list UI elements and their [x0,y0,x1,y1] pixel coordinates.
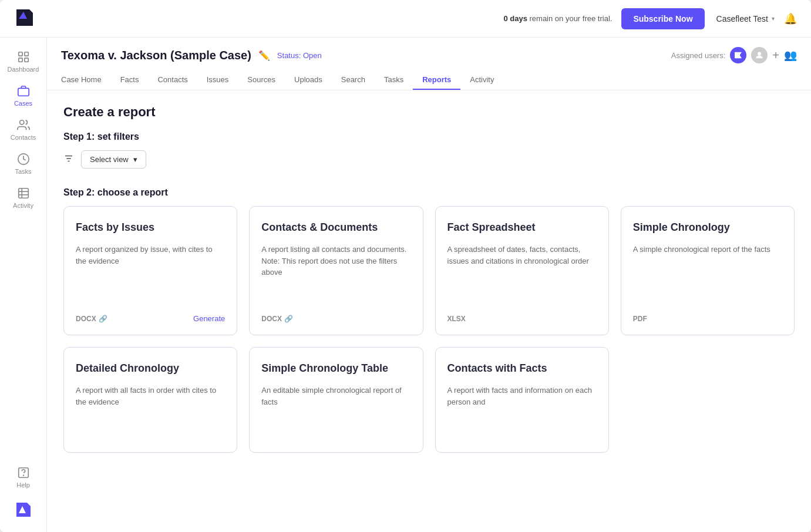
select-view-label: Select view [90,155,129,164]
card-desc: A report listing all contacts and docume… [261,244,410,305]
card-title: Detailed Chronology [76,362,225,375]
report-cards-bottom-grid: Detailed Chronology A report with all fa… [63,347,795,453]
card-footer: PDF [633,315,782,323]
case-title: Texoma v. Jackson (Sample Case) [61,49,251,62]
card-desc: A report with facts and information on e… [447,385,597,408]
sidebar-label-activity: Activity [13,202,33,209]
page-title: Create a report [63,105,795,120]
card-format: DOCX 🔗 [261,315,293,323]
user-menu[interactable]: Casefleet Test ▾ [716,14,775,23]
sidebar: Dashboard Cases Contacts [0,38,47,532]
trial-message: 0 days remain on your free trial. [503,14,612,23]
tab-facts[interactable]: Facts [111,70,149,90]
assigned-users: Assigned users: + [671,47,797,63]
avatar-user2[interactable] [751,47,768,63]
chevron-down-icon: ▾ [772,15,775,22]
select-view-chevron-icon: ▾ [133,155,137,164]
page-content: Create a report Step 1: set filters Sele… [47,90,811,532]
card-desc: An editable simple chronological report … [261,385,410,408]
case-header: Texoma v. Jackson (Sample Case) ✏️ Statu… [47,38,811,90]
add-user-button[interactable]: + [772,49,779,62]
report-card-simple-chronology-table[interactable]: Simple Chronology Table An editable simp… [249,347,423,453]
tab-case-home[interactable]: Case Home [61,70,111,90]
card-footer: DOCX 🔗 [261,315,410,323]
tab-search[interactable]: Search [332,70,375,90]
step2-title: Step 2: choose a report [63,187,795,198]
svg-point-5 [19,120,23,124]
sidebar-item-tasks[interactable]: Tasks [0,147,46,181]
content-area: Texoma v. Jackson (Sample Case) ✏️ Statu… [47,38,811,532]
card-desc: A simple chronological report of the fac… [633,244,782,305]
report-card-fact-spreadsheet[interactable]: Fact Spreadsheet A spreadsheet of dates,… [435,206,609,335]
card-title: Contacts & Documents [261,221,410,234]
sidebar-item-contacts[interactable]: Contacts [0,113,46,147]
tab-contacts[interactable]: Contacts [148,70,197,90]
sidebar-label-dashboard: Dashboard [8,66,39,73]
card-title: Fact Spreadsheet [447,221,597,234]
card-title: Facts by Issues [76,221,225,234]
link-icon: 🔗 [99,315,107,323]
top-bar: 0 days remain on your free trial. Subscr… [0,0,811,38]
card-desc: A report with all facts in order with ci… [76,385,225,408]
generate-link[interactable]: Generate [193,314,225,323]
report-card-contacts-documents[interactable]: Contacts & Documents A report listing al… [249,206,423,335]
tab-reports[interactable]: Reports [413,70,460,90]
status-badge: Status: Open [277,51,322,60]
card-title: Simple Chronology [633,221,782,234]
app-logo[interactable] [14,7,35,30]
svg-rect-1 [24,52,28,56]
svg-rect-3 [24,58,28,62]
step1-title: Step 1: set filters [63,132,795,142]
card-desc: A report organized by issue, with cites … [76,244,225,305]
tab-issues[interactable]: Issues [197,70,238,90]
report-cards-grid: Facts by Issues A report organized by is… [63,206,795,335]
tab-sources[interactable]: Sources [238,70,285,90]
select-view-button[interactable]: Select view ▾ [81,150,146,169]
card-title: Contacts with Facts [447,362,597,375]
user-name: Casefleet Test [716,14,768,23]
card-footer: DOCX 🔗 Generate [76,314,225,323]
svg-rect-2 [18,58,22,62]
report-card-contacts-with-facts[interactable]: Contacts with Facts A report with facts … [435,347,609,453]
nav-tabs: Case Home Facts Contacts Issues Sources … [61,70,797,90]
card-desc: A spreadsheet of dates, facts, contacts,… [447,244,597,305]
card-format: PDF [633,315,647,323]
card-title: Simple Chronology Table [261,362,410,375]
filter-row: Select view ▾ [63,150,795,169]
link-icon: 🔗 [284,315,293,323]
card-format: DOCX 🔗 [76,315,107,323]
assigned-label: Assigned users: [671,51,726,60]
sidebar-label-contacts: Contacts [11,134,36,141]
filter-icon [63,153,74,166]
sidebar-item-cases[interactable]: Cases [0,79,46,113]
tab-activity[interactable]: Activity [460,70,503,90]
sidebar-label-tasks: Tasks [15,168,31,175]
sidebar-item-dashboard[interactable]: Dashboard [0,45,46,79]
sidebar-logo-bottom [14,494,33,525]
report-card-empty [621,347,795,453]
sidebar-item-help[interactable]: Help [14,460,33,494]
report-card-simple-chronology[interactable]: Simple Chronology A simple chronological… [621,206,795,335]
subscribe-button[interactable]: Subscribe Now [621,8,704,29]
svg-rect-7 [18,188,28,198]
card-format: XLSX [447,315,466,323]
sidebar-item-activity[interactable]: Activity [0,181,46,215]
svg-rect-0 [18,52,22,56]
edit-icon[interactable]: ✏️ [258,50,270,61]
report-card-detailed-chronology[interactable]: Detailed Chronology A report with all fa… [63,347,237,453]
sidebar-label-cases: Cases [14,100,32,107]
sidebar-label-help: Help [16,482,30,489]
svg-point-12 [23,475,23,476]
report-card-facts-by-issues[interactable]: Facts by Issues A report organized by is… [63,206,237,335]
users-icon[interactable]: 👥 [784,49,797,62]
avatar-user1[interactable] [730,47,746,63]
tab-uploads[interactable]: Uploads [285,70,332,90]
svg-point-13 [758,52,761,55]
card-footer: XLSX [447,315,597,323]
tab-tasks[interactable]: Tasks [375,70,413,90]
svg-rect-4 [18,88,28,96]
bell-icon[interactable]: 🔔 [784,12,797,25]
